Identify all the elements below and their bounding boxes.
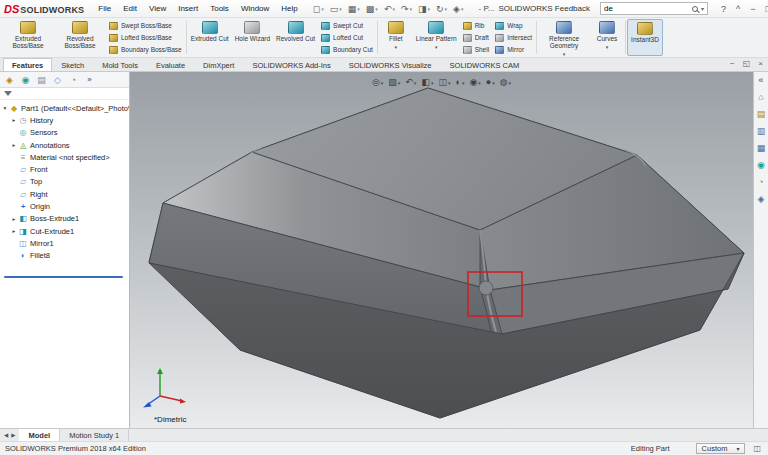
graphics-viewport[interactable]: ◎▧↶◧◫◐◉●◍	[130, 72, 753, 428]
intersect-button[interactable]: Intersect	[495, 32, 532, 43]
tree-item[interactable]: ◗ Fillet8	[0, 250, 129, 262]
ribbon-tab[interactable]: Features	[3, 58, 52, 71]
headsup-icon[interactable]: ◎	[370, 77, 385, 87]
model-3d[interactable]	[130, 72, 753, 428]
menu-item[interactable]: Tools	[204, 2, 235, 15]
headsup-icon[interactable]: ●	[484, 77, 497, 87]
tree-item[interactable]: ▱ Right	[0, 188, 129, 200]
toolbar-icon[interactable]: ◈▾	[450, 4, 466, 14]
extruded-boss-button[interactable]: Extruded Boss/Base	[2, 19, 54, 56]
search-box[interactable]: ▾	[600, 2, 708, 15]
boundary-boss-button[interactable]: Boundary Boss/Base	[109, 44, 182, 55]
mirror-button[interactable]: Mirror	[495, 44, 532, 55]
menu-item[interactable]: Edit	[117, 2, 143, 15]
feedback-label[interactable]: SOLIDWORKS Feedback	[498, 4, 590, 13]
toolbar-icon[interactable]: ↷▾	[398, 4, 415, 14]
draft-button[interactable]: Draft	[463, 32, 489, 43]
expander-icon[interactable]: ▸	[10, 228, 18, 234]
doc-minimize-icon[interactable]: −	[727, 59, 738, 68]
headsup-icon[interactable]: ▧	[386, 77, 402, 87]
doc-close-icon[interactable]: ×	[755, 59, 766, 68]
expander-icon[interactable]: ▸	[10, 142, 18, 148]
shell-button[interactable]: Shell	[463, 44, 489, 55]
rib-button[interactable]: Rib	[463, 20, 489, 31]
tree-item[interactable]: ≡ Material <not specified>	[0, 151, 129, 163]
taskpane-icon[interactable]: ▦	[757, 143, 766, 153]
menu-item[interactable]: Help	[275, 2, 303, 15]
expander-icon[interactable]: ▸	[10, 117, 18, 123]
help-button[interactable]: ?	[716, 3, 731, 15]
expander-icon[interactable]: ▾	[1, 105, 9, 111]
headsup-icon[interactable]: ◧	[419, 77, 435, 87]
maximize-icon[interactable]: □	[761, 3, 768, 15]
manager-tab[interactable]: ◈	[2, 73, 17, 87]
study-tab[interactable]: Motion Study 1	[60, 429, 129, 441]
lofted-cut-button[interactable]: Lofted Cut	[321, 32, 373, 43]
lofted-boss-button[interactable]: Lofted Boss/Base	[109, 32, 182, 43]
taskpane-icon[interactable]: ◈	[758, 194, 765, 204]
units-dropdown[interactable]: Custom ▾	[696, 443, 746, 454]
toolbar-icon[interactable]: ▩▾	[363, 4, 381, 14]
toolbar-icon[interactable]: ▭▾	[327, 4, 345, 14]
taskpane-icon[interactable]: ⌂	[758, 92, 763, 102]
taskpane-icon[interactable]: ◉	[757, 160, 765, 170]
ribbon-tab[interactable]: DimXpert	[194, 58, 243, 71]
menu-item[interactable]: View	[143, 2, 172, 15]
headsup-icon[interactable]: ◐	[453, 77, 466, 87]
status-panel-icon[interactable]: ◫	[751, 444, 763, 453]
reference-geometry-dropdown-icon[interactable]	[563, 49, 566, 58]
menu-item[interactable]: File	[92, 2, 117, 15]
revolved-boss-button[interactable]: Revolved Boss/Base	[54, 19, 106, 56]
tree-item[interactable]: + Origin	[0, 200, 129, 212]
menu-item[interactable]: Window	[235, 2, 275, 15]
tree-item[interactable]: ▱ Top	[0, 176, 129, 188]
headsup-icon[interactable]: ↶	[403, 77, 418, 87]
tree-item[interactable]: ▸ ◧ Boss-Extrude1	[0, 213, 129, 225]
search-dropdown-icon[interactable]: ▾	[701, 5, 704, 12]
collapse-icon[interactable]: ^	[731, 3, 745, 15]
swept-boss-button[interactable]: Swept Boss/Base	[109, 20, 182, 31]
headsup-icon[interactable]: ◉	[467, 77, 482, 87]
wrap-button[interactable]: Wrap	[495, 20, 532, 31]
manager-tab[interactable]: ◇	[50, 73, 65, 87]
curves-dropdown-icon[interactable]	[606, 42, 609, 51]
tree-item[interactable]: ▱ Front	[0, 163, 129, 175]
headsup-icon[interactable]: ◍	[498, 77, 513, 87]
manager-tab[interactable]: ◉	[18, 73, 33, 87]
taskpane-icon[interactable]: ◔	[758, 177, 763, 187]
tab-scroll-left-icon[interactable]: ◀	[4, 432, 8, 438]
search-input[interactable]	[604, 4, 689, 13]
linear-pattern-dropdown-icon[interactable]	[435, 42, 438, 51]
hole-wizard-button[interactable]: Hole Wizard	[232, 19, 273, 56]
headsup-icon[interactable]: ◫	[436, 77, 452, 87]
revolved-cut-button[interactable]: Revolved Cut	[273, 19, 318, 56]
reference-geometry-button[interactable]: Reference Geometry	[538, 19, 590, 56]
manager-tab[interactable]: »	[82, 73, 97, 87]
ribbon-tab[interactable]: Evaluate	[147, 58, 194, 71]
manager-tab[interactable]: ▤	[34, 73, 49, 87]
expander-icon[interactable]: ▸	[10, 216, 18, 222]
search-icon[interactable]	[692, 6, 698, 12]
tree-item[interactable]: ◫ Mirror1	[0, 237, 129, 249]
instant3d-button[interactable]: Instant3D	[627, 19, 663, 56]
ribbon-tab[interactable]: SOLIDWORKS CAM	[441, 58, 529, 71]
taskpane-icon[interactable]: ▥	[757, 126, 766, 136]
study-tab[interactable]: Model	[19, 429, 60, 441]
ribbon-tab[interactable]: SOLIDWORKS Add-Ins	[243, 58, 339, 71]
tree-item[interactable]: ▸ ◬ Annotations	[0, 139, 129, 151]
fillet-button[interactable]: Fillet	[379, 19, 413, 56]
taskpane-icon[interactable]: ▤	[757, 109, 766, 119]
menu-item[interactable]: Insert	[172, 2, 204, 15]
toolbar-icon[interactable]: ▦▾	[345, 4, 363, 14]
filter-funnel-icon[interactable]	[4, 91, 12, 96]
extruded-cut-button[interactable]: Extruded Cut	[188, 19, 232, 56]
boundary-cut-button[interactable]: Boundary Cut	[321, 44, 373, 55]
corner-fillet-ball[interactable]	[479, 281, 493, 295]
minimize-icon[interactable]: −	[745, 3, 760, 15]
fillet-dropdown-icon[interactable]	[395, 42, 398, 51]
toolbar-icon[interactable]: ↶▾	[381, 4, 398, 14]
tab-scroll-right-icon[interactable]: ▶	[11, 432, 15, 438]
tree-item[interactable]: ▾ ◆ Part1 (Default<<Default>_PhotoWorks …	[0, 102, 129, 114]
toolbar-icon[interactable]: ◨▾	[415, 4, 433, 14]
swept-cut-button[interactable]: Swept Cut	[321, 20, 373, 31]
